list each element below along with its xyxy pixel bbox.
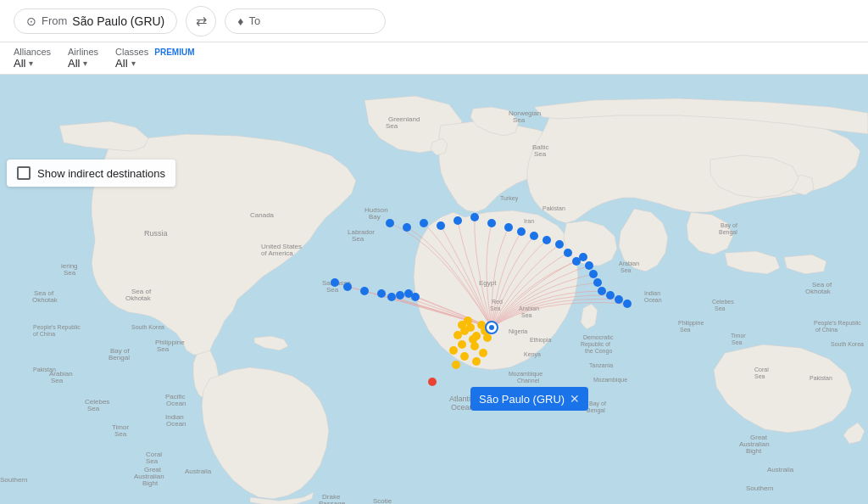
svg-text:Ocean: Ocean [166, 400, 186, 407]
alliances-value: All ▾ [14, 57, 51, 70]
indirect-checkbox[interactable] [17, 166, 31, 180]
svg-text:Austraila: Austraila [767, 466, 794, 473]
svg-point-141 [458, 340, 466, 349]
svg-text:Celebes: Celebes [712, 299, 734, 305]
svg-point-116 [593, 278, 602, 287]
svg-text:Nigeria: Nigeria [509, 328, 527, 335]
indirect-destinations-bar: Show indirect destinations [7, 160, 175, 187]
svg-text:Democratic: Democratic [583, 334, 614, 340]
svg-text:of America: of America [261, 249, 293, 257]
classes-filter[interactable]: Classes PREMIUM All ▾ [115, 47, 194, 70]
svg-point-99 [386, 219, 394, 227]
svg-point-124 [377, 289, 386, 298]
svg-point-103 [453, 216, 462, 225]
classes-value: All ▾ [115, 57, 194, 70]
svg-text:Sea: Sea [352, 235, 364, 243]
svg-text:Sea: Sea [326, 286, 339, 294]
svg-point-137 [453, 331, 462, 339]
tooltip-text: São Paulo (GRU) [479, 393, 565, 406]
swap-button[interactable]: ⇄ [186, 6, 216, 36]
svg-text:Okhotak: Okhotak [805, 288, 832, 295]
svg-point-109 [542, 236, 551, 244]
airlines-value: All ▾ [68, 57, 98, 70]
svg-point-119 [615, 295, 623, 304]
svg-text:People's Republic: People's Republic [814, 320, 861, 327]
map-container[interactable]: Russia United States of America Canada G… [0, 75, 868, 504]
svg-text:South Korea: South Korea [831, 341, 864, 347]
airlines-filter[interactable]: Airlines All ▾ [68, 47, 98, 70]
svg-text:the Congo: the Congo [585, 348, 612, 355]
svg-text:Passage: Passage [319, 500, 346, 504]
svg-text:Southern: Southern [0, 476, 27, 484]
svg-text:Sea: Sea [534, 150, 547, 158]
svg-text:Coral: Coral [754, 367, 769, 372]
svg-text:Canada: Canada [250, 211, 275, 219]
svg-point-104 [470, 213, 479, 221]
svg-text:Sea: Sea [386, 122, 398, 130]
svg-text:Turkey: Turkey [500, 195, 519, 202]
svg-text:Timor: Timor [731, 333, 746, 339]
svg-text:Ocean: Ocean [166, 420, 186, 428]
svg-text:Pakistan: Pakistan [542, 205, 565, 211]
filters-bar: Alliances All ▾ Airlines All ▾ Classes P… [0, 42, 868, 75]
svg-text:Bengal: Bengal [108, 354, 130, 361]
location-icon: ⊙ [26, 14, 36, 28]
svg-text:South Korea: South Korea [131, 324, 164, 330]
svg-text:People's Republic: People's Republic [33, 324, 81, 331]
svg-text:Philippine: Philippine [678, 320, 704, 327]
svg-point-139 [470, 342, 479, 350]
city-tooltip[interactable]: São Paulo (GRU) ✕ [470, 387, 588, 411]
svg-text:Sea: Sea [521, 312, 532, 318]
svg-point-148 [489, 325, 494, 330]
to-field[interactable]: ♦ To [225, 8, 386, 34]
from-value: São Paulo (GRU) [72, 14, 164, 28]
svg-text:Sea: Sea [732, 339, 743, 345]
svg-point-113 [579, 253, 587, 261]
swap-icon: ⇄ [196, 13, 207, 29]
svg-point-115 [589, 270, 598, 278]
svg-text:Bay: Bay [369, 213, 381, 221]
svg-point-101 [420, 219, 428, 227]
svg-text:Sea: Sea [87, 405, 100, 412]
svg-point-111 [564, 249, 572, 257]
svg-point-145 [452, 361, 460, 369]
svg-text:Tanzania: Tanzania [589, 362, 613, 368]
svg-text:Sea: Sea [620, 267, 632, 273]
svg-point-110 [555, 240, 564, 249]
svg-text:Mozambique: Mozambique [593, 377, 627, 384]
svg-point-107 [517, 227, 526, 236]
svg-point-123 [360, 287, 369, 295]
svg-text:Pakistan: Pakistan [33, 367, 56, 372]
svg-point-142 [449, 346, 458, 355]
alliances-filter[interactable]: Alliances All ▾ [14, 47, 51, 70]
svg-point-121 [331, 278, 339, 287]
svg-text:Bengal: Bengal [587, 407, 605, 414]
svg-text:of China: of China [815, 327, 837, 333]
svg-point-140 [479, 349, 487, 357]
svg-text:Russia: Russia [144, 229, 168, 238]
svg-text:Pakistan: Pakistan [810, 375, 832, 381]
svg-text:Kenya: Kenya [524, 351, 541, 358]
svg-point-105 [487, 219, 496, 227]
svg-text:Bay of: Bay of [721, 222, 737, 229]
svg-point-122 [343, 283, 352, 291]
svg-point-138 [483, 333, 492, 342]
svg-text:Sea: Sea [51, 377, 64, 384]
svg-point-100 [403, 223, 411, 232]
svg-text:of China: of China [33, 331, 55, 337]
tooltip-close-button[interactable]: ✕ [570, 392, 580, 406]
svg-point-143 [460, 352, 469, 361]
svg-point-106 [504, 223, 513, 232]
svg-text:Sea: Sea [157, 345, 170, 353]
svg-point-114 [585, 261, 593, 270]
svg-text:Bight: Bight [746, 447, 762, 455]
svg-text:Bengal: Bengal [719, 229, 737, 236]
alliances-chevron: ▾ [29, 59, 33, 68]
svg-text:Iran: Iran [524, 218, 534, 224]
svg-text:Mozambique: Mozambique [509, 371, 542, 378]
svg-text:Sea: Sea [64, 269, 76, 277]
from-field[interactable]: ⊙ From São Paulo (GRU) [14, 8, 177, 34]
indirect-label: Show indirect destinations [37, 167, 165, 180]
svg-text:Arabian: Arabian [619, 260, 639, 266]
svg-text:Bight: Bight [142, 479, 159, 487]
